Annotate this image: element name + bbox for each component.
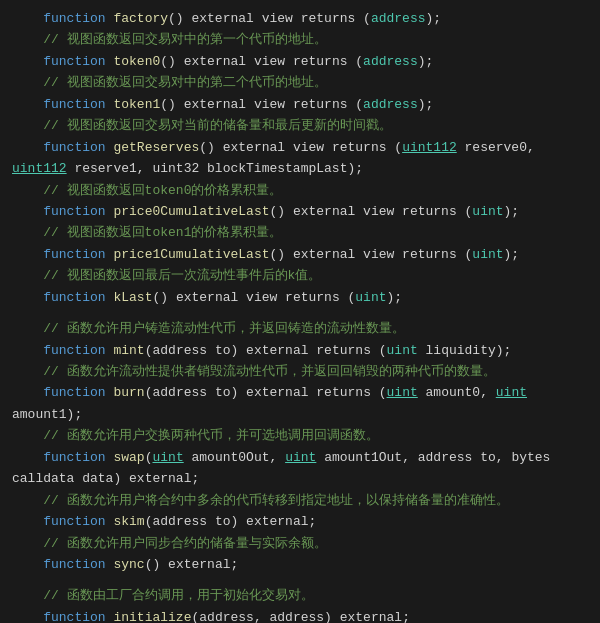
code-line: function price0CumulativeLast() external… xyxy=(0,201,600,222)
code-line: function token0() external view returns … xyxy=(0,51,600,72)
code-line: function mint(address to) external retur… xyxy=(0,340,600,361)
code-line: calldata data) external; xyxy=(0,468,600,489)
comment-line: // 函数允许流动性提供者销毁流动性代币，并返回回销毁的两种代币的数量。 xyxy=(0,361,600,382)
comment-line: // 函数允许用户同步合约的储备量与实际余额。 xyxy=(0,533,600,554)
code-viewer: function factory() external view returns… xyxy=(0,0,600,623)
comment-line: // 视图函数返回token1的价格累积量。 xyxy=(0,222,600,243)
code-line: uint112 reserve1, uint32 blockTimestampL… xyxy=(0,158,600,179)
code-line: function skim(address to) external; xyxy=(0,511,600,532)
code-line: function getReserves() external view ret… xyxy=(0,137,600,158)
comment-line: // 视图函数返回token0的价格累积量。 xyxy=(0,180,600,201)
comment-line: // 视图函数返回交易对中的第一个代币的地址。 xyxy=(0,29,600,50)
code-line: function burn(address to) external retur… xyxy=(0,382,600,403)
comment-line: // 函数由工厂合约调用，用于初始化交易对。 xyxy=(0,585,600,606)
comment-line: // 视图函数返回交易对中的第二个代币的地址。 xyxy=(0,72,600,93)
code-line: function factory() external view returns… xyxy=(0,8,600,29)
comment-line: // 函数允许用户交换两种代币，并可选地调用回调函数。 xyxy=(0,425,600,446)
code-line: function price1CumulativeLast() external… xyxy=(0,244,600,265)
code-line: function kLast() external view returns (… xyxy=(0,287,600,308)
comment-line: // 函数允许用户铸造流动性代币，并返回铸造的流动性数量。 xyxy=(0,318,600,339)
code-line: function sync() external; xyxy=(0,554,600,575)
code-line: function swap(uint amount0Out, uint amou… xyxy=(0,447,600,468)
code-line: amount1); xyxy=(0,404,600,425)
blank-line xyxy=(0,575,600,585)
code-line: function initialize(address, address) ex… xyxy=(0,607,600,623)
comment-line: // 视图函数返回最后一次流动性事件后的k值。 xyxy=(0,265,600,286)
blank-line xyxy=(0,308,600,318)
comment-line: // 函数允许用户将合约中多余的代币转移到指定地址，以保持储备量的准确性。 xyxy=(0,490,600,511)
comment-line: // 视图函数返回交易对当前的储备量和最后更新的时间戳。 xyxy=(0,115,600,136)
code-line: function token1() external view returns … xyxy=(0,94,600,115)
